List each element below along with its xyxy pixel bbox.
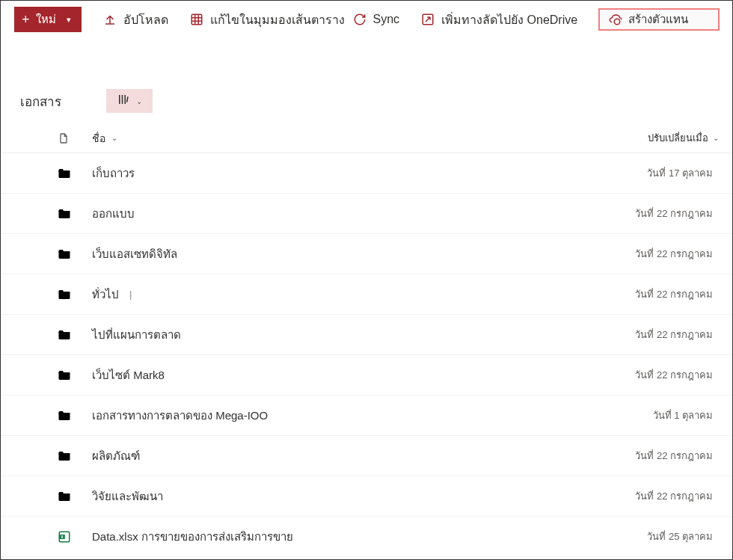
library-title: เอกสาร (20, 91, 61, 111)
folder-icon (58, 167, 73, 180)
list-item[interactable]: เว็บไซต์ Mark8 วันที่ 22 กรกฎาคม (1, 355, 732, 396)
svg-point-2 (614, 19, 620, 25)
folder-icon (58, 207, 73, 221)
item-name: ผลิตภัณฑ์ (92, 447, 140, 465)
folder-icon (58, 449, 73, 463)
sync-label: Sync (373, 13, 400, 26)
gallery-view-icon (117, 93, 130, 109)
text-cursor-icon: | (129, 289, 132, 300)
folder-icon (58, 328, 73, 342)
folder-icon (58, 369, 73, 382)
create-agent-label: สร้างตัวแทน (628, 10, 688, 28)
copilot-icon (607, 12, 622, 27)
list-item[interactable]: ออกแบบ วันที่ 22 กรกฎาคม (1, 194, 732, 234)
chevron-down-icon: ▾ (67, 15, 71, 25)
file-list: เก็บถาวร วันที่ 17 ตุลาคม ออกแบบ วันที่ … (1, 153, 732, 557)
list-item[interactable]: ผลิตภัณฑ์ วันที่ 22 กรกฎาคม (1, 436, 732, 476)
item-modified: วันที่ 22 กรกฎาคม (635, 286, 732, 302)
item-name: ทั่วไป (92, 286, 119, 304)
list-item[interactable]: เก็บถาวร วันที่ 17 ตุลาคม (1, 153, 732, 194)
list-item[interactable]: เว็บแอสเซทดิจิทัล วันที่ 22 กรกฎาคม (1, 234, 732, 274)
item-name: เก็บถาวร (92, 164, 135, 182)
svg-rect-0 (191, 14, 202, 25)
sync-button[interactable]: Sync (352, 7, 400, 32)
name-column-header[interactable]: ชื่อ ⌄ (92, 130, 117, 147)
edit-grid-button[interactable]: แก้ไขในมุมมองเส้นตาราง (189, 7, 345, 32)
list-item[interactable]: ไปที่แผนการตลาด วันที่ 22 กรกฎาคม (1, 315, 732, 355)
item-modified: วันที่ 1 ตุลาคม (653, 407, 732, 423)
plus-icon: + (22, 13, 30, 26)
chevron-down-icon: ⌄ (713, 134, 719, 142)
upload-button[interactable]: อัปโหลด (102, 7, 168, 32)
item-modified: วันที่ 22 กรกฎาคม (635, 448, 732, 464)
view-switcher[interactable]: ⌄ (106, 89, 153, 113)
new-button-label: ใหม่ (36, 10, 56, 28)
folder-icon (58, 247, 73, 261)
upload-label: อัปโหลด (123, 10, 168, 29)
folder-icon (58, 288, 73, 301)
list-item[interactable]: ทั่วไป | วันที่ 22 กรกฎาคม (1, 274, 732, 315)
item-name: วิจัยและพัฒนา (92, 487, 163, 505)
file-type-column-icon[interactable] (58, 132, 73, 144)
edit-grid-label: แก้ไขในมุมมองเส้นตาราง (210, 10, 345, 29)
excel-file-icon (58, 530, 73, 544)
modified-column-label: ปรับเปลี่ยนเมื่อ (648, 130, 708, 146)
upload-icon (102, 12, 117, 27)
item-name: ไปที่แผนการตลาด (92, 326, 181, 344)
item-name: เว็บไซต์ Mark8 (92, 366, 165, 384)
folder-icon (58, 490, 73, 503)
command-bar: + ใหม่ ▾ อัปโหลด แก้ไขในมุมมองเส้นตาราง … (1, 1, 732, 38)
shortcut-icon (420, 12, 435, 27)
sync-icon (352, 12, 367, 27)
folder-icon (58, 409, 73, 422)
column-header: ชื่อ ⌄ ปรับเปลี่ยนเมื่อ ⌄ (1, 123, 732, 153)
grid-icon (189, 12, 204, 27)
chevron-down-icon: ⌄ (111, 134, 117, 142)
list-item[interactable]: Data.xlsx การขายของการส่งเสริมการขาย วัน… (1, 517, 732, 557)
library-title-bar: เอกสาร ⌄ (1, 79, 732, 123)
item-name: เอกสารทางการตลาดของ Mega-IOO (92, 407, 268, 425)
item-modified: วันที่ 22 กรกฎาคม (635, 246, 732, 262)
item-modified: วันที่ 22 กรกฎาคม (635, 206, 732, 221)
item-name: ออกแบบ (92, 205, 135, 223)
create-agent-button[interactable]: สร้างตัวแทน (598, 8, 720, 31)
item-modified: วันที่ 25 ตุลาคม (647, 529, 732, 544)
item-modified: วันที่ 22 กรกฎาคม (635, 488, 732, 504)
list-item[interactable]: วิจัยและพัฒนา วันที่ 22 กรกฎาคม (1, 476, 732, 517)
list-item[interactable]: เอกสารทางการตลาดของ Mega-IOO วันที่ 1 ตุ… (1, 396, 732, 436)
item-modified: วันที่ 17 ตุลาคม (647, 165, 732, 181)
item-name: เว็บแอสเซทดิจิทัล (92, 245, 177, 263)
item-modified: วันที่ 22 กรกฎาคม (635, 327, 732, 342)
new-button[interactable]: + ใหม่ ▾ (14, 7, 82, 32)
onedrive-shortcut-label: เพิ่มทางลัดไปยัง OneDrive (441, 10, 577, 29)
onedrive-shortcut-button[interactable]: เพิ่มทางลัดไปยัง OneDrive (420, 7, 577, 32)
name-column-label: ชื่อ (92, 130, 105, 147)
item-name: Data.xlsx การขายของการส่งเสริมการขาย (92, 528, 293, 546)
modified-column-header[interactable]: ปรับเปลี่ยนเมื่อ ⌄ (648, 130, 732, 146)
chevron-down-icon: ⌄ (136, 97, 142, 105)
item-modified: วันที่ 22 กรกฎาคม (635, 367, 732, 383)
